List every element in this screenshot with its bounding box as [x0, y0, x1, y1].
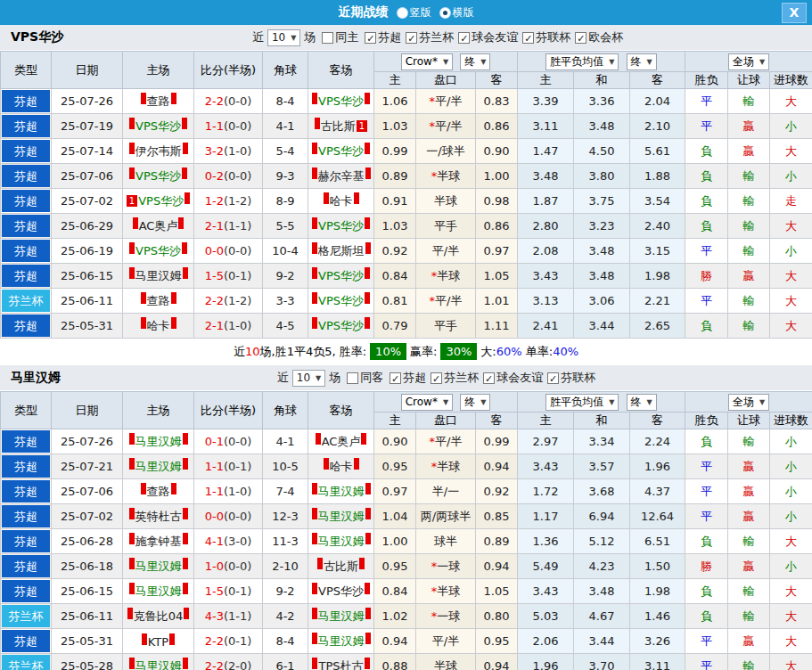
red-card-badge-left [324, 192, 329, 204]
full-score: 2-2 [205, 94, 224, 108]
ah-line: 平手 [416, 314, 476, 339]
chevron-down-icon: ▼ [759, 55, 765, 69]
odds-company-select[interactable]: Crow*▼ [401, 394, 453, 411]
home-team-name: VPS华沙 [135, 244, 181, 257]
chevron-down-icon: ▼ [759, 396, 765, 409]
handicap-result: 輸 [728, 579, 770, 604]
away-team-cell: VPS华沙 [308, 264, 374, 289]
ah-final-select[interactable]: 终▼ [460, 53, 490, 70]
league-checkbox[interactable]: ✓芬兰杯 [406, 29, 454, 45]
red-card-badge-left [141, 483, 146, 494]
layout-radio-horizontal[interactable]: 横版 [440, 5, 474, 20]
ah-final-select[interactable]: 终▼ [460, 394, 490, 411]
red-card-badge-left [141, 292, 146, 304]
same-venue-checkbox[interactable]: 同客 [347, 370, 383, 386]
full-match-select[interactable]: 全场▼ [728, 394, 769, 411]
europe-odds-select[interactable]: 胜平负均值▼ [545, 53, 619, 70]
chevron-down-icon: ▼ [443, 55, 448, 69]
away-team-name: VPS华沙 [318, 144, 364, 158]
red-card-badge-left [129, 508, 135, 519]
home-team-cell: 查路 [123, 289, 194, 314]
eu-home-odds: 3.43 [518, 579, 574, 604]
score-cell: 2-2(2-0) [194, 654, 263, 670]
away-team-name: 哈卡 [330, 194, 353, 208]
corner-score: 11-3 [263, 529, 308, 554]
match-row: 芬超 25-06-18 马里汉姆 1-0(0-0) 2-10 古比斯 0.95 … [1, 554, 812, 579]
full-score: 2-1 [205, 319, 224, 332]
full-score: 2-1 [205, 219, 224, 233]
handicap-result: 輸 [728, 189, 770, 214]
handicap-result: 贏 [728, 479, 770, 504]
goals-result: 小 [770, 239, 812, 264]
match-date: 25-07-02 [52, 504, 123, 529]
red-card-badge-left [317, 558, 323, 569]
recent-results-dialog: 近期战绩 竖版 横版 X VPS华沙 近 10 ▼ 场 同主 [0, 0, 812, 670]
half-score: (0-0) [224, 510, 251, 523]
close-button[interactable]: X [782, 3, 807, 23]
ah-away-odds: 1.05 [476, 264, 518, 289]
half-score: (1-2) [224, 294, 251, 307]
ah-home-odds: 0.90 [374, 429, 416, 454]
away-team-cell: 马里汉姆 [308, 629, 374, 654]
red-card-badge-left [312, 583, 317, 594]
ah-home-odds: 1.03 [374, 114, 416, 139]
match-date: 25-05-31 [52, 314, 123, 339]
corner-score: 5-5 [263, 214, 308, 239]
league-checkbox[interactable]: ✓球会友谊 [458, 29, 518, 45]
eu-away-odds: 3.26 [630, 629, 685, 654]
ah-home-odds: 1.00 [374, 529, 416, 554]
home-team-name: 哈卡 [147, 319, 170, 332]
league-checkbox-label: 芬兰杯 [419, 29, 454, 45]
europe-odds-select[interactable]: 胜平负均值▼ [545, 394, 619, 411]
away-team-cell: VPS华沙 [308, 579, 374, 604]
home-team-cell: VPS华沙 [123, 239, 194, 264]
away-team-cell: 马里汉姆 [308, 504, 374, 529]
early-odds-star: * [430, 435, 436, 448]
red-card-badge-right [182, 242, 187, 254]
eu-draw-odds: 3.48 [574, 264, 630, 289]
eu-final-select[interactable]: 终▼ [627, 394, 657, 411]
eu-draw-odds: 3.75 [574, 189, 630, 214]
match-count-select[interactable]: 10 ▼ [292, 370, 325, 387]
league-badge: 芬超 [2, 140, 50, 162]
summary-row: 近10场,胜1平4负5, 胜率:10%赢率:30%大:60% 单率:40% [0, 339, 812, 365]
league-checkbox[interactable]: ✓球会友谊 [483, 370, 543, 386]
ah-line: 半/一 [416, 479, 476, 504]
handicap-result: 輸 [728, 654, 770, 670]
home-team-cell: VPS华沙 [123, 164, 194, 189]
red-card-badge-left [129, 558, 135, 569]
eu-away-odds: 2.24 [630, 429, 685, 454]
match-row: 芬超 25-06-29 AC奥卢 2-1(1-1) 5-5 VPS华沙 1.03… [1, 214, 812, 239]
odds-company-select[interactable]: Crow*▼ [401, 53, 453, 70]
col-ah-line: 盘口 [416, 413, 476, 429]
goals-result: 小 [770, 504, 812, 529]
league-checkbox[interactable]: ✓欧会杯 [575, 29, 623, 45]
league-checkbox[interactable]: ✓芬联杯 [547, 370, 595, 386]
eu-final-select[interactable]: 终▼ [627, 53, 657, 70]
league-checkbox[interactable]: ✓芬兰杯 [431, 370, 479, 386]
ah-select-cell: Crow*▼ 终▼ [374, 392, 518, 413]
league-checkbox[interactable]: ✓芬超 [365, 29, 401, 45]
home-team-cell: 马里汉姆 [123, 429, 194, 454]
ah-line: *平/半 [416, 429, 476, 454]
eu-draw-odds: 3.44 [574, 314, 630, 339]
handicap-result: 輸 [728, 289, 770, 314]
eu-home-odds: 5.49 [518, 554, 574, 579]
match-count-select[interactable]: 10 ▼ [267, 29, 300, 46]
match-row: 芬超 25-06-28 施拿钟基 4-1(3-0) 11-3 马里汉姆 1.00… [1, 529, 812, 554]
league-checkbox[interactable]: ✓芬联杯 [522, 29, 570, 45]
eu-away-odds: 3.15 [630, 239, 685, 264]
same-venue-checkbox[interactable]: 同主 [322, 29, 358, 45]
titlebar: 近期战绩 竖版 横版 X [0, 0, 812, 25]
eu-draw-odds: 3.48 [574, 114, 630, 139]
league-badge: 芬超 [2, 480, 50, 502]
league-checkbox[interactable]: ✓芬超 [390, 370, 426, 386]
red-card-badge-right [183, 533, 188, 544]
wdl-result: 平 [685, 479, 728, 504]
layout-radio-vertical[interactable]: 竖版 [398, 5, 431, 20]
half-score: (1-1) [224, 219, 251, 233]
league-checkboxes: ✓芬超✓芬兰杯✓球会友谊✓芬联杯 [385, 370, 595, 386]
full-match-select[interactable]: 全场▼ [728, 53, 769, 70]
wdl-result: 平 [685, 504, 728, 529]
red-card-badge-left [312, 168, 317, 179]
